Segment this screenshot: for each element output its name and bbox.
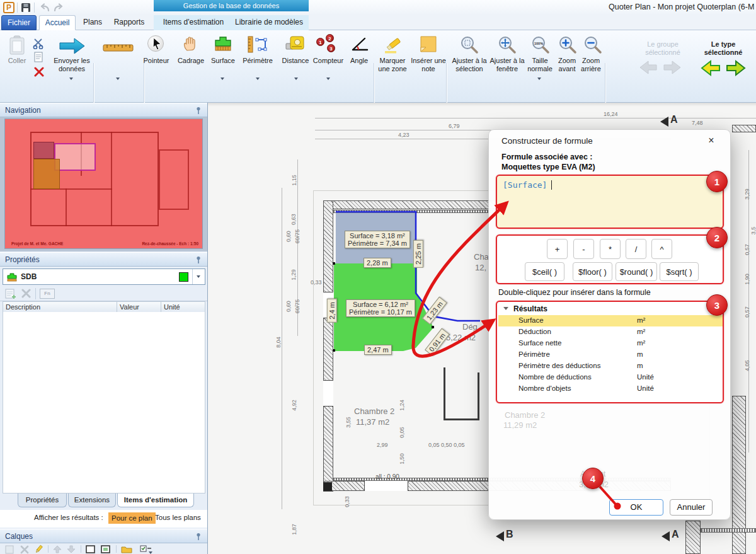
hide-all-layers-icon[interactable] <box>101 545 111 554</box>
operator-multiply-button[interactable]: * <box>600 239 621 259</box>
copy-icon[interactable] <box>34 52 44 63</box>
measurement-label[interactable]: 2,47 m <box>364 345 392 355</box>
function-sqrt-button[interactable]: $sqrt( ) <box>660 262 699 281</box>
move-layer-up-icon[interactable] <box>53 545 62 553</box>
chevron-down-icon[interactable] <box>256 78 260 80</box>
chevron-down-icon[interactable] <box>537 78 541 80</box>
tab-librairie-modeles[interactable]: Librairie de modèles <box>229 15 309 30</box>
add-layer-icon[interactable] <box>5 545 15 554</box>
result-row-perimetre-deductions[interactable]: Périmètre des déductionsm <box>498 361 723 372</box>
show-all-layers-icon[interactable] <box>86 545 96 554</box>
counter-button[interactable]: Compteur <box>310 57 346 65</box>
chevron-down-icon[interactable] <box>69 78 73 80</box>
delete-layer-icon[interactable] <box>20 545 29 554</box>
pan-button[interactable]: Cadrage <box>175 57 207 65</box>
pin-icon[interactable] <box>195 533 202 541</box>
save-icon[interactable] <box>21 3 31 13</box>
pan-hand-icon[interactable] <box>182 35 198 52</box>
measurement-label[interactable]: 2,4 m <box>327 299 337 323</box>
angle-tool-icon[interactable] <box>350 35 369 52</box>
next-type-icon[interactable] <box>724 59 746 78</box>
zoom-out-button[interactable]: Zoom arrière <box>576 57 606 73</box>
measurement-label[interactable]: 2,25 m <box>413 240 423 268</box>
function-round-button[interactable]: $round( ) <box>616 262 657 281</box>
panel-tab-proprietes[interactable]: Propriétés <box>18 493 67 507</box>
layer-options-icon[interactable] <box>140 545 152 553</box>
tab-items-estimation[interactable]: Items d'estimation <box>159 15 228 30</box>
panel-tab-extensions[interactable]: Extensions <box>68 493 116 507</box>
result-row-nombre-deductions[interactable]: Nombre de déductionsUnité <box>498 372 723 383</box>
selector-dropdown-button[interactable] <box>192 269 205 284</box>
chevron-down-icon[interactable] <box>220 78 224 80</box>
previous-type-icon[interactable] <box>701 59 722 78</box>
formula-property-icon[interactable]: Fn <box>40 289 55 299</box>
zoom-in-icon[interactable] <box>558 35 577 54</box>
paste-icon[interactable] <box>8 35 26 55</box>
result-row-surface[interactable]: Surfacem² <box>498 315 723 326</box>
collapse-icon[interactable] <box>503 307 508 310</box>
measurement-label[interactable]: Surface = 6,12 m²Périmètre = 10,17 m <box>346 299 415 317</box>
function-floor-button[interactable]: $floor( ) <box>573 262 612 281</box>
surface-tool-icon[interactable] <box>213 35 233 53</box>
operator-plus-button[interactable]: + <box>547 239 568 259</box>
app-icon[interactable]: P <box>3 2 14 13</box>
result-row-surface-nette[interactable]: Surface nettem² <box>498 338 723 349</box>
perimeter-tool-icon[interactable] <box>247 35 268 54</box>
zoom-normal-icon[interactable]: 100% <box>531 35 550 54</box>
pointer-icon[interactable] <box>147 35 164 52</box>
angle-button[interactable]: Angle <box>345 57 373 65</box>
result-row-deduction[interactable]: Déductionm² <box>498 326 723 338</box>
result-row-perimetre[interactable]: Périmètrem <box>498 349 723 361</box>
tab-plans[interactable]: Plans <box>78 15 107 30</box>
formula-input[interactable]: [Surface] <box>496 175 724 229</box>
insert-note-button[interactable]: Insérer une note <box>411 57 446 73</box>
cancel-button[interactable]: Annuler <box>670 499 713 516</box>
move-layer-down-icon[interactable] <box>67 545 76 553</box>
panel-tab-items-estimation[interactable]: Items d'estimation <box>117 493 194 507</box>
navigation-thumbnail[interactable]: Projet de M. et Me. GACHE Rez-de-chaussé… <box>4 118 203 249</box>
cut-icon[interactable] <box>33 38 45 49</box>
redo-icon[interactable] <box>53 3 66 12</box>
function-ceil-button[interactable]: $ceil( ) <box>525 262 564 281</box>
paste-button[interactable]: Coller <box>3 57 32 65</box>
next-group-icon[interactable] <box>662 59 682 77</box>
zoom-fit-window-icon[interactable] <box>498 35 517 54</box>
zoom-fit-window-button[interactable]: Ajuster à la fenêtre <box>489 57 525 73</box>
close-icon[interactable]: × <box>704 133 719 148</box>
previous-group-icon[interactable] <box>639 59 659 77</box>
delete-icon[interactable] <box>34 67 44 77</box>
operator-power-button[interactable]: ^ <box>651 239 672 259</box>
surface-selector[interactable]: SDB <box>3 268 205 285</box>
perimeter-button[interactable]: Périmètre <box>239 57 276 65</box>
chevron-down-icon[interactable] <box>326 78 330 80</box>
ok-button[interactable]: OK <box>609 499 663 516</box>
properties-table-body[interactable] <box>3 312 205 493</box>
note-icon[interactable] <box>420 35 437 54</box>
add-property-icon[interactable] <box>5 288 18 299</box>
pointer-button[interactable]: Pointeur <box>139 57 174 65</box>
column-header-valeur[interactable]: Valeur <box>117 301 161 313</box>
operator-divide-button[interactable]: / <box>626 239 646 259</box>
measurement-label[interactable]: 2,28 m <box>364 258 391 268</box>
column-header-unite[interactable]: Unité <box>161 301 205 313</box>
surface-color-swatch[interactable] <box>179 272 188 282</box>
zoom-out-icon[interactable] <box>583 35 602 54</box>
chevron-down-icon[interactable] <box>294 78 298 80</box>
measurement-label[interactable]: Surface = 3,18 m²Périmètre = 7,34 m <box>345 231 410 248</box>
distance-tool-icon[interactable] <box>285 35 305 52</box>
result-row-nombre-objets[interactable]: Nombre d'objetsUnité <box>498 383 723 395</box>
layer-folder-icon[interactable] <box>121 545 132 553</box>
pin-icon[interactable] <box>195 256 202 264</box>
filter-all-plans[interactable]: Tous les plans <box>155 514 201 521</box>
edit-layer-icon[interactable] <box>34 545 44 554</box>
zoom-selection-icon[interactable] <box>460 35 479 54</box>
scale-ruler-icon[interactable] <box>103 43 134 53</box>
column-header-description[interactable]: Description <box>3 301 117 313</box>
chevron-down-icon[interactable] <box>116 78 120 80</box>
tab-accueil[interactable]: Accueil <box>39 15 76 30</box>
operator-minus-button[interactable]: - <box>573 239 594 259</box>
undo-icon[interactable] <box>38 3 50 12</box>
tab-fichier[interactable]: Fichier <box>1 15 37 30</box>
surface-button[interactable]: Surface <box>208 57 238 65</box>
distance-button[interactable]: Distance <box>278 57 312 65</box>
